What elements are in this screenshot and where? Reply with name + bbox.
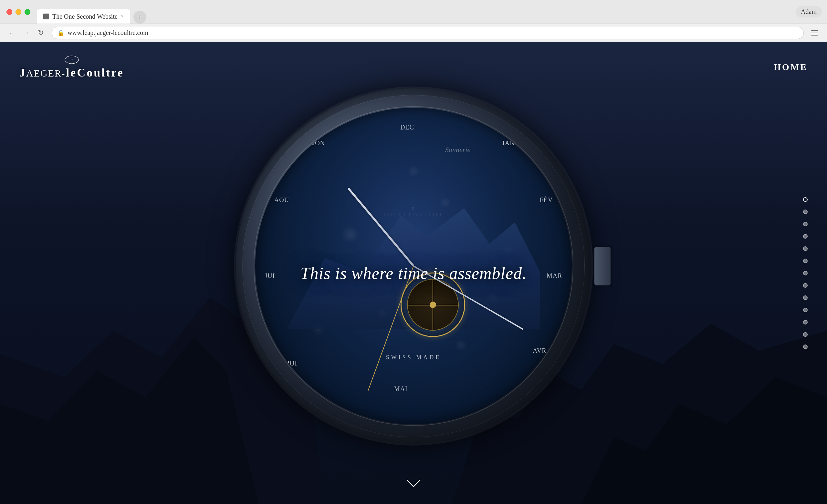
active-tab[interactable]: The One Second Website × (37, 9, 130, 23)
scroll-down-button[interactable] (405, 477, 422, 491)
chevron-down-icon (405, 478, 422, 488)
jlc-logo-icon: JL (64, 55, 80, 64)
tab-title: The One Second Website (52, 13, 117, 20)
user-menu[interactable]: Adam (796, 6, 822, 17)
traffic-lights (0, 9, 30, 15)
dot-nav-5[interactable] (803, 246, 808, 251)
forward-button[interactable]: → (21, 27, 32, 39)
dot-nav-11[interactable] (803, 320, 808, 324)
new-tab-button[interactable]: + (134, 11, 146, 23)
dot-nav-3[interactable] (803, 222, 808, 226)
dot-nav-8[interactable] (803, 283, 808, 288)
dot-nav-1[interactable] (803, 197, 808, 202)
swiss-made-text: SWISS MADE (386, 354, 441, 361)
browser-toolbar: ← → ↻ 🔒 www.leap.jaeger-lecoultre.com (0, 24, 827, 42)
menu-line-2 (811, 33, 818, 33)
logo-brand-name: JAEGER-leCoultre (19, 66, 124, 80)
address-bar[interactable]: 🔒 www.leap.jaeger-lecoultre.com (52, 27, 804, 39)
brand-logo[interactable]: JL JAEGER-leCoultre (19, 55, 124, 80)
lock-icon: 🔒 (57, 30, 64, 37)
svg-text:JL: JL (70, 58, 73, 62)
dot-nav-4[interactable] (803, 234, 808, 239)
dots-navigation (803, 197, 808, 349)
browser-chrome: The One Second Website × + Adam (0, 0, 827, 24)
url-text: www.leap.jaeger-lecoultre.com (67, 29, 148, 37)
watch-crown (594, 247, 611, 286)
hour-hand (348, 188, 414, 266)
nav-home-link[interactable]: HOME (774, 62, 808, 72)
reload-button[interactable]: ↻ (35, 27, 47, 39)
page-tagline: This is where time is assembled. (300, 263, 527, 283)
site-header: JL JAEGER-leCoultre HOME (0, 42, 827, 92)
maximize-button[interactable] (25, 9, 30, 15)
tab-bar: The One Second Website × + (37, 0, 146, 23)
dot-nav-12[interactable] (803, 332, 808, 337)
website-content: DEC JAN FÉV MAR AVR MAI JUI JUI AOU JON … (0, 42, 827, 504)
browser-menu-button[interactable] (809, 27, 821, 39)
second-hand (368, 266, 414, 391)
dot-nav-7[interactable] (803, 271, 808, 275)
back-button[interactable]: ← (6, 27, 18, 39)
nav-buttons: ← → ↻ (6, 27, 47, 39)
dot-nav-9[interactable] (803, 295, 808, 300)
menu-line-3 (811, 35, 818, 36)
dot-nav-13[interactable] (803, 345, 808, 349)
tab-favicon (43, 13, 49, 19)
close-button[interactable] (6, 9, 12, 15)
dot-nav-10[interactable] (803, 308, 808, 312)
dot-nav-6[interactable] (803, 259, 808, 263)
minimize-button[interactable] (15, 9, 21, 15)
dot-nav-2[interactable] (803, 209, 808, 214)
menu-line-1 (811, 30, 818, 31)
tab-close-button[interactable]: × (121, 13, 124, 19)
